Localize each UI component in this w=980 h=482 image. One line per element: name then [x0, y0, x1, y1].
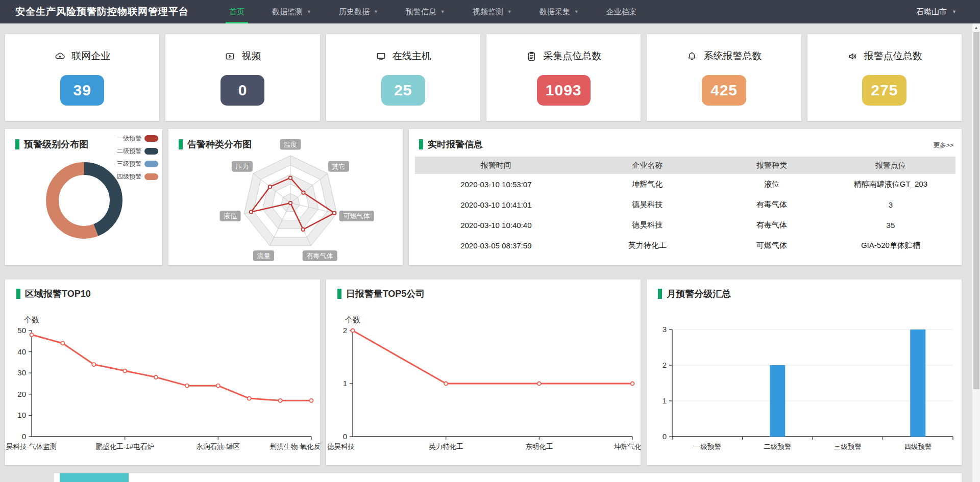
table-cell: 坤辉气化	[577, 180, 718, 189]
table-cell: 可燃气体	[718, 241, 826, 250]
nav-item-历史数据[interactable]: 历史数据▼	[325, 0, 392, 23]
vertical-scrollbar[interactable]: ▲	[972, 23, 980, 482]
stat-card-label: 报警点位总数	[864, 49, 922, 63]
panel-title-row: 区域报警TOP10	[16, 288, 91, 300]
nav-item-数据采集[interactable]: 数据采集▼	[526, 0, 593, 23]
legend-swatch	[144, 161, 158, 167]
table-row[interactable]: 2020-03-10 10:53:07坤辉气化液位精醇南罐液位GT_203	[415, 174, 955, 194]
panel-realtime-alarms: 实时报警信息 更多>> 报警时间企业名称报警种类报警点位 2020-03-10 …	[409, 129, 962, 265]
table-cell: 2020-03-10 10:40:40	[415, 221, 577, 230]
chevron-down-icon: ▼	[574, 9, 579, 14]
legend-label: 三级预警	[117, 160, 141, 168]
legend-item-三级预警[interactable]: 三级预警	[117, 160, 158, 168]
stat-card-header: 联网企业	[54, 49, 110, 63]
svg-text:荆洪生物-氧化反: 荆洪生物-氧化反	[270, 443, 320, 450]
more-link[interactable]: 更多>>	[933, 141, 953, 150]
legend-item-二级预警[interactable]: 二级预警	[117, 147, 158, 156]
svg-text:可燃气体: 可燃气体	[344, 212, 370, 220]
stat-card-value: 1093	[537, 75, 591, 106]
nav-item-视频监测[interactable]: 视频监测▼	[459, 0, 526, 23]
svg-text:昊科技-气体监测: 昊科技-气体监测	[6, 443, 57, 450]
svg-text:0: 0	[663, 432, 667, 441]
column-header: 报警种类	[718, 161, 826, 170]
chevron-down-icon: ▼	[307, 9, 311, 14]
region-top10-line-chart: 01020304050个数昊科技-气体监测鹏盛化工-1#电石炉永润石油-罐区荆洪…	[5, 301, 320, 465]
svg-text:流量: 流量	[257, 252, 271, 260]
nav-item-预警信息[interactable]: 预警信息▼	[392, 0, 459, 23]
stat-card-header: 在线主机	[375, 49, 431, 63]
panel-title: 区域报警TOP10	[25, 288, 91, 300]
stat-card-label: 联网企业	[71, 49, 110, 63]
svg-text:三级预警: 三级预警	[834, 443, 862, 450]
legend-swatch	[144, 148, 158, 155]
radar-axis-label-压力: 压力	[232, 161, 253, 172]
stat-card-在线主机: 在线主机25	[326, 34, 480, 121]
scroll-up-arrow-icon[interactable]: ▲	[972, 23, 980, 32]
scrollbar-thumb[interactable]	[973, 32, 979, 389]
nav-item-label: 数据采集	[540, 7, 570, 17]
nav-item-首页[interactable]: 首页	[215, 0, 258, 23]
table-row[interactable]: 2020-03-10 10:41:01德昊科技有毒气体3	[415, 194, 955, 215]
legend-label: 二级预警	[117, 147, 141, 156]
table-row[interactable]: 2020-03-05 08:37:59英力特化工可燃气体GIA-520单体贮槽	[415, 235, 955, 256]
legend-label: 一级预警	[117, 134, 141, 143]
region-label: 石嘴山市	[916, 7, 947, 17]
legend-item-一级预警[interactable]: 一级预警	[117, 134, 158, 143]
svg-text:温度: 温度	[284, 141, 297, 148]
nav-item-企业档案[interactable]: 企业档案	[593, 0, 651, 23]
legend-swatch	[144, 173, 158, 180]
title-marker	[15, 139, 19, 149]
legend-item-四级预警[interactable]: 四级预警	[117, 172, 158, 181]
stat-card-label: 视频	[241, 49, 261, 63]
monitor-icon	[375, 50, 387, 62]
svg-text:东明化工: 东明化工	[525, 443, 553, 450]
region-selector[interactable]: 石嘴山市 ▼	[916, 7, 965, 17]
top-navbar: 安全生产风险预警防控物联网管理平台 首页数据监测▼历史数据▼预警信息▼视频监测▼…	[0, 0, 980, 23]
radar-axis-label-有毒气体: 有毒气体	[303, 250, 337, 261]
radar-axis-label-温度: 温度	[280, 139, 301, 150]
table-cell: 有毒气体	[718, 220, 826, 230]
stat-card-value: 39	[60, 75, 104, 106]
panel-daily-top5: 日报警量TOP5公司 012个数德昊科技英力特化工东明化工坤辉气化	[326, 280, 641, 465]
middle-row: 预警级别分布图 一级预警二级预警三级预警四级预警 告警种类分布图 温度其它可燃气…	[5, 129, 962, 265]
svg-text:有毒气体: 有毒气体	[307, 252, 333, 260]
stat-card-视频: 视频0	[165, 34, 320, 121]
stat-card-value: 25	[381, 75, 425, 106]
table-row[interactable]: 2020-03-10 10:40:40德昊科技有毒气体35	[415, 215, 955, 235]
chevron-down-icon: ▼	[507, 9, 512, 14]
radar-axis-label-液位: 液位	[220, 211, 241, 221]
next-section-strip	[54, 473, 962, 482]
svg-text:2: 2	[342, 326, 347, 335]
legend-swatch	[144, 135, 158, 142]
svg-text:50: 50	[17, 326, 26, 335]
nav-item-label: 数据监测	[272, 7, 303, 17]
chevron-down-icon: ▼	[374, 9, 378, 14]
radar-axis-label-可燃气体: 可燃气体	[339, 211, 374, 221]
title-marker	[658, 289, 662, 299]
panel-title-row: 告警种类分布图	[179, 138, 252, 150]
nav-item-label: 企业档案	[606, 7, 637, 17]
stat-card-label: 在线主机	[393, 49, 431, 63]
svg-text:40: 40	[17, 347, 26, 356]
stat-card-header: 报警点位总数	[847, 49, 922, 63]
panel-title-row: 预警级别分布图	[15, 138, 88, 150]
panel-title-row: 月预警分级汇总	[658, 288, 731, 300]
nav-item-数据监测[interactable]: 数据监测▼	[258, 0, 325, 23]
table-cell: 35	[826, 221, 955, 230]
nav-item-label: 首页	[229, 7, 244, 17]
nav-item-label: 视频监测	[473, 7, 503, 17]
title-marker	[419, 139, 423, 149]
svg-text:0: 0	[22, 432, 26, 441]
table-cell: 液位	[718, 180, 826, 189]
speaker-icon	[847, 50, 859, 62]
svg-text:个数: 个数	[345, 315, 360, 324]
title-marker	[179, 139, 183, 149]
stat-card-联网企业: 联网企业39	[5, 34, 159, 121]
chevron-down-icon: ▼	[952, 9, 957, 14]
svg-text:30: 30	[17, 368, 26, 377]
realtime-alarm-table: 报警时间企业名称报警种类报警点位 2020-03-10 10:53:07坤辉气化…	[415, 157, 955, 256]
panel-title: 月预警分级汇总	[667, 288, 731, 300]
stat-card-value: 425	[702, 75, 746, 106]
svg-text:其它: 其它	[332, 163, 346, 170]
table-header-row: 报警时间企业名称报警种类报警点位	[415, 157, 955, 174]
